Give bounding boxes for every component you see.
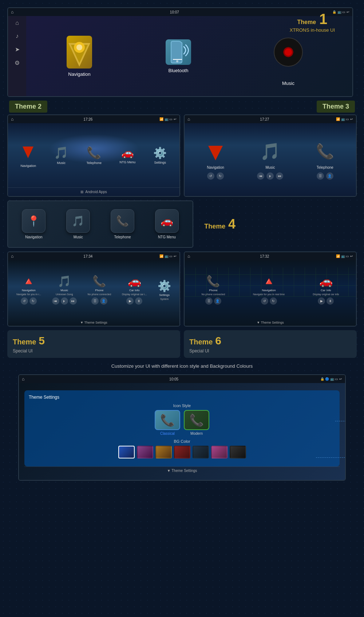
grid-ntg-label: NTG Menu [158,235,176,239]
icon-modern[interactable]: 📞 Modern [184,410,209,436]
color-swatch-5[interactable] [193,446,209,458]
icon-style-label: Icon Style [29,403,335,408]
theme6-home[interactable]: ⌂ [187,254,190,259]
svg-marker-5 [23,147,33,158]
grid-nav[interactable]: 📍 Navigation [22,209,46,239]
theme1-music-app[interactable]: Music [265,27,312,86]
t6-ph-s2[interactable]: 👤 [214,297,221,305]
theme5-apps: 🔺 Navigation Navigate for you in r... ↺ … [8,260,179,319]
color-swatch-6[interactable] [211,446,228,458]
nav-sub1[interactable]: ↺ [207,172,214,180]
phone-sub2[interactable]: 👤 [326,172,333,180]
theme2-ntg-icon: 🚗 [121,147,134,159]
icon-classical[interactable]: 📞 Classical [155,410,180,436]
sidebar-home-icon[interactable]: ⌂ [15,20,19,26]
t6-car-s1[interactable]: ▶ [318,297,325,305]
theme5-subtitle: Special UI [13,348,175,354]
color-swatch-4[interactable] [174,446,190,458]
theme2-phone-label: Telephone [86,161,102,165]
color-swatch-7[interactable] [230,446,246,458]
theme5-settings-sub: System [160,298,169,300]
theme2-music[interactable]: 🎵 Music [54,146,68,165]
color-swatch-2[interactable] [137,446,153,458]
theme3-phone[interactable]: 📞 Telephone ☰ 👤 [310,140,340,180]
t6-ph-s1[interactable]: ☰ [205,297,213,305]
map-bg [185,268,356,297]
theme2-nav[interactable]: Navigation [21,143,36,168]
theme2-ntg[interactable]: 🚗 NTG Menu [119,147,135,164]
theme2-phone[interactable]: 📞 Telephone [86,146,102,165]
nav-sub2[interactable]: ↻ [217,172,224,180]
theme5-nav-icon: 🔺 [22,275,35,288]
theme5-music[interactable]: 🎵 Music Unknown Song ⏮ ⏵ ⏭ [52,275,77,305]
grid-phone-icon: 📞 [111,209,134,233]
t5-mus-s1[interactable]: ⏮ [52,297,59,305]
t5-car-s1[interactable]: ▶ [126,297,134,305]
bt-app-icon [166,39,191,65]
theme2-settings-label: Settings [154,161,166,164]
t5-nav-s1[interactable]: ↺ [21,297,28,305]
theme2-wrapper: ⌂ 17:26 📶 📺 ▭ ↩ Navigation [7,114,180,197]
theme2-nav-icon [22,143,35,163]
t6-nav-s2[interactable]: ↻ [270,297,277,305]
svg-point-3 [76,44,82,50]
themes-5-6-row: ⌂ 17:34 📶 📺 ▭ ↩ 🔺 Navigation Navigate fo… [7,251,357,327]
theme5-carinfo[interactable]: 🚗 Car Info Display original car i... ▶ ⏸ [122,275,147,305]
sidebar-music-icon[interactable]: ♪ [16,33,19,39]
t5-ph-s1[interactable]: ☰ [91,297,99,305]
nav-app-icon [67,36,92,69]
settings-panel-title: Theme Settings [29,395,335,400]
theme2-home-icon[interactable]: ⌂ [11,117,13,122]
sidebar-nav-icon[interactable]: ➤ [15,46,20,53]
theme6-badge: Theme 6 Special UI [184,330,357,358]
color-swatch-3[interactable] [155,446,172,458]
theme1-clock: 10:07 [16,10,332,14]
theme5-music-label: Music [60,289,68,292]
theme2-settings[interactable]: ⚙️ Settings [153,147,167,164]
theme1-section: Theme 1 XTRONS in-house UI ⌂ 10:07 🔒 📺 ▭… [7,7,357,97]
settings-home[interactable]: ⌂ [22,376,24,382]
bt-label: Bluetooth [169,68,189,73]
phone-sub1[interactable]: ☰ [317,172,324,180]
t5-car-s2[interactable]: ⏸ [135,297,142,305]
theme5-phone[interactable]: 📞 Phone No phone connected ☰ 👤 [88,275,111,305]
music-sub3[interactable]: ⏭ [276,172,283,180]
t5-mus-s2[interactable]: ⏵ [61,297,68,305]
vinyl-icon [274,38,303,67]
theme3-nav-icon [201,140,230,163]
settings-footer: ▼ Theme Settings [24,466,340,475]
settings-topbar: ⌂ 10:05 🔒 🔵 📺 ▭ ↩ [19,375,345,383]
home-icon[interactable]: ⌂ [11,9,13,15]
grid-phone[interactable]: 📞 Telephone [111,209,134,239]
themes-2-3-row: ⌂ 17:26 📶 📺 ▭ ↩ Navigation [7,114,357,197]
theme5-nav-subs: ↺ ↻ [21,297,37,305]
theme5-main: 🔺 Navigation Navigate for you in r... ↺ … [8,260,179,326]
music-sub1[interactable]: ⏮ [257,172,264,180]
theme5-phone-subs: ☰ 👤 [91,297,107,305]
theme2-topbar: ⌂ 17:26 📶 📺 ▭ ↩ [8,115,179,123]
t5-mus-s3[interactable]: ⏭ [70,297,77,305]
theme6-main: 📞 Phone No phone connected ☰ 👤 🔺 Navigat… [185,260,356,326]
theme5-nav[interactable]: 🔺 Navigation Navigate for you in r... ↺ … [16,275,41,305]
status-icons: 🔒 📺 ▭ ↩ [332,10,349,14]
t6-nav-s1[interactable]: ↺ [261,297,268,305]
grid-phone-label: Telephone [114,235,131,239]
sidebar-settings-icon[interactable]: ⚙ [15,59,20,66]
theme2-footer: ⊞Android Apps [8,187,179,196]
theme1-nav-app[interactable]: Navigation [67,36,92,77]
t5-nav-s2[interactable]: ↻ [29,297,37,305]
theme1-bt-app[interactable]: Bluetooth [166,39,191,73]
theme3-home-icon[interactable]: ⌂ [187,117,190,122]
t5-ph-s2[interactable]: 👤 [100,297,107,305]
theme2-label: Theme 2 [9,101,47,113]
t6-car-s2[interactable]: ⏸ [327,297,334,305]
theme5-music-icon: 🎵 [58,275,71,288]
grid-music[interactable]: 🎵 Music [66,209,90,239]
color-swatch-1[interactable] [118,446,135,458]
theme3-music[interactable]: 🎵 Music ⏮ ⏵ ⏭ [256,140,285,180]
grid-ntg[interactable]: 🚗 NTG Menu [155,209,179,239]
theme5-home[interactable]: ⌂ [11,254,13,259]
theme5-settings[interactable]: ⚙️ Settings System [158,280,171,300]
theme3-nav[interactable]: Navigation ↺ ↻ [201,140,230,180]
music-sub2[interactable]: ⏵ [266,172,274,180]
